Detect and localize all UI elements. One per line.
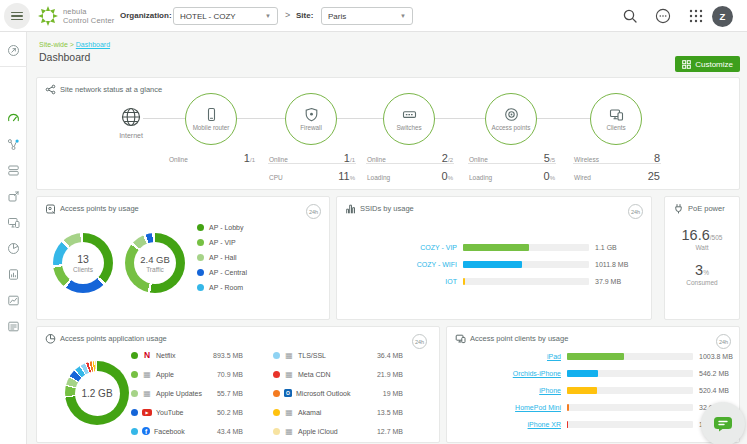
floor-plan-export-icon[interactable] <box>7 190 20 203</box>
app-usage-row: TLS/SSL 36.4 MB <box>273 349 403 361</box>
clients-screens-icon[interactable] <box>7 216 20 229</box>
app-usage-row: Apple iCloud 12.7 MB <box>273 425 403 437</box>
report-doc-icon[interactable] <box>7 268 20 281</box>
status-node-switches[interactable]: Switches <box>383 93 435 145</box>
network-glance-icon <box>45 84 56 95</box>
bar-fill <box>463 261 522 268</box>
time-range-badge[interactable]: 24h <box>306 204 321 219</box>
stat-row: Online 1/1 <box>168 146 256 163</box>
legend-dot <box>273 428 280 435</box>
time-range-badge[interactable]: 24h <box>412 334 427 349</box>
legend-dot <box>197 254 204 261</box>
legend-dot <box>197 284 204 291</box>
client-link[interactable]: Orchids-iPhone <box>447 370 561 377</box>
bar-fill <box>463 244 529 251</box>
client-bar-row: iPad 1003.8 MB <box>447 352 733 361</box>
poe-title: PoE power <box>688 204 725 213</box>
client-device-icon <box>455 333 466 344</box>
status-node-access-points[interactable]: Access points <box>485 93 537 145</box>
time-range-badge[interactable]: 24h <box>716 334 731 349</box>
bar-fill <box>567 421 568 428</box>
brand-text: nebula Control Center <box>63 7 115 25</box>
client-bar-row: Orchids-iPhone 546.2 MB <box>447 369 729 378</box>
status-node-mobile-router[interactable]: Mobile router <box>185 93 237 145</box>
apps-grid-icon[interactable] <box>688 8 704 24</box>
legend-dot <box>131 409 138 416</box>
client-link[interactable]: iPhone <box>447 387 561 394</box>
app-brand-icon <box>142 370 152 379</box>
client-link[interactable]: iPhone XR <box>447 421 561 428</box>
poe-watt-value: 16.6/505 <box>665 226 739 244</box>
app-usage-row: Apple 70.9 MB <box>131 368 243 380</box>
ap-usage-title: Access points by usage <box>60 204 139 213</box>
status-node-clients[interactable]: Clients <box>590 93 642 145</box>
compass-pin-icon[interactable] <box>7 44 20 57</box>
customize-button[interactable]: Customize <box>675 56 740 72</box>
client-bar-row: HomePod Mini 32.6 MB <box>447 403 725 412</box>
support-chat-button[interactable] <box>701 402 745 444</box>
legend-dot <box>197 269 204 276</box>
client-link[interactable]: iPad <box>447 353 561 360</box>
legend-item: AP - Hall <box>197 254 237 261</box>
status-node-firewall[interactable]: Firewall <box>285 93 337 145</box>
bar-fill <box>567 404 569 411</box>
stats-firewall: Online 1/1 CPU 11% <box>268 146 356 180</box>
trend-chart-icon[interactable] <box>7 294 20 307</box>
app-brand-icon <box>142 427 150 435</box>
ap-device-icon <box>45 203 56 214</box>
pie-summary-icon[interactable] <box>7 242 20 255</box>
organization-label: Organization: <box>120 11 172 20</box>
hamburger-menu-icon[interactable] <box>4 3 30 29</box>
stat-row: Online 2/2 <box>366 146 454 163</box>
page-title: Dashboard <box>39 51 90 63</box>
dashboard-gauge-icon[interactable] <box>7 112 20 125</box>
mobile-router-icon <box>204 107 219 122</box>
ssid-title: SSIDs by usage <box>360 204 414 213</box>
nebula-logo-icon <box>37 5 59 27</box>
pie-chart-icon <box>45 333 56 344</box>
node-label-internet: Internet <box>101 132 161 139</box>
power-plug-icon <box>673 203 684 214</box>
ssid-usage-panel: SSIDs by usage 24h COZY - VIP 1.1 GB COZ… <box>336 196 652 320</box>
breadcrumb-current-link[interactable]: Dashboard <box>76 41 110 48</box>
notes-list-icon[interactable] <box>7 320 20 333</box>
chat-bubble-icon <box>713 416 733 432</box>
more-options-icon[interactable] <box>655 8 671 24</box>
breadcrumb-separator: > <box>70 41 74 48</box>
stats-mobile-router: Online 1/1 <box>168 146 256 163</box>
stats-switches: Online 2/2 Loading 0% <box>366 146 454 180</box>
app-usage-row: Microsoft Outlook 19 MB <box>273 387 403 399</box>
search-icon[interactable] <box>622 8 638 24</box>
app-usage-row: YouTube 50.2 MB <box>131 406 243 418</box>
bar-track <box>463 278 589 285</box>
poe-header: PoE power <box>673 203 725 214</box>
legend-dot <box>131 428 138 435</box>
ap-usage-header: Access points by usage <box>45 203 139 214</box>
ssid-link[interactable]: COZY - VIP <box>337 244 457 251</box>
topology-icon[interactable] <box>7 138 20 151</box>
clients-usage-header: Access point clients by usage <box>455 333 568 344</box>
ap-usage-panel: Access points by usage 24h 13 Clients 2.… <box>36 196 330 320</box>
app-usage-row: Netflix 893.5 MB <box>131 349 243 361</box>
top-header: nebula Control Center Organization: HOTE… <box>0 0 747 32</box>
ssid-link[interactable]: COZY - WIFI <box>337 261 457 268</box>
devices-stack-icon[interactable] <box>7 164 20 177</box>
stat-row: Online 5/5 <box>468 146 556 163</box>
time-range-badge[interactable]: 24h <box>628 204 643 219</box>
site-select[interactable]: Paris ▼ <box>321 7 413 25</box>
client-link[interactable]: HomePod Mini <box>447 404 561 411</box>
stat-row: Wireless 8 <box>573 146 661 163</box>
app-usage-header: Access points application usage <box>45 333 167 344</box>
legend-dot <box>273 352 280 359</box>
chevron-down-icon: ▼ <box>265 13 271 19</box>
ssid-link[interactable]: IOT <box>337 278 457 285</box>
stat-row: Online 1/1 <box>268 146 356 163</box>
organization-select[interactable]: HOTEL - COZY ▼ <box>173 7 278 25</box>
user-avatar[interactable]: Z <box>712 6 733 27</box>
client-bar-row: iPhone 520.4 MB <box>447 386 729 395</box>
poe-consumed-label: Consumed <box>665 279 739 286</box>
bar-track <box>567 404 693 411</box>
left-sidebar <box>0 32 27 444</box>
app-brand-icon <box>284 408 294 417</box>
legend-dot <box>273 409 280 416</box>
